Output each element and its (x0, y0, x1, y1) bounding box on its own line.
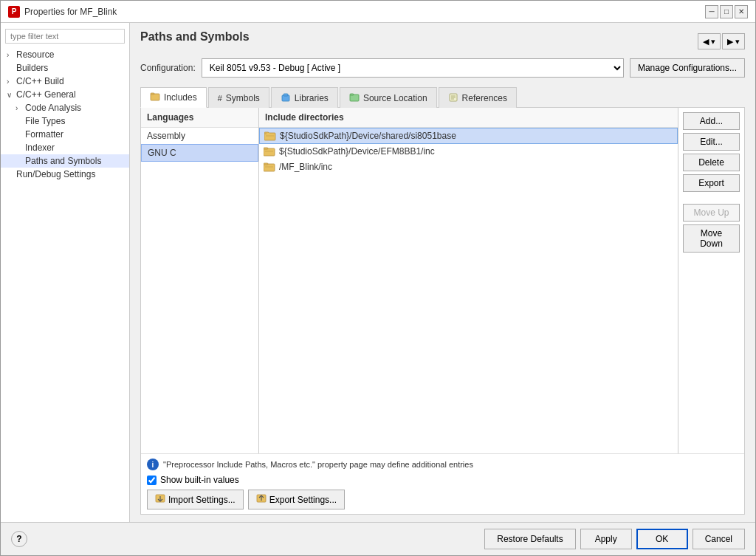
tree-label: Resource (16, 49, 54, 60)
tab-symbols[interactable]: # Symbols (208, 87, 269, 108)
window-controls: ─ □ ✕ (705, 5, 748, 18)
include-item-0[interactable]: ${StudioSdkPath}/Device/shared/si8051bas… (259, 128, 678, 144)
tree-label: Code Analysis (25, 103, 81, 113)
svg-rect-3 (284, 94, 288, 96)
ok-button[interactable]: OK (636, 529, 688, 549)
svg-rect-14 (264, 148, 275, 156)
tab-references[interactable]: References (439, 87, 517, 108)
tree-item-resource[interactable]: › Resource (1, 48, 129, 61)
svg-rect-5 (350, 94, 354, 95)
tree-label: Run/Debug Settings (16, 169, 95, 179)
move-down-button[interactable]: Move Down (683, 224, 740, 253)
dialog-title: Properties for MF_Blink (24, 7, 117, 17)
import-settings-label: Import Settings... (168, 495, 236, 505)
right-panel: Paths and Symbols ◀ ▾ ▶ ▾ Configuration:… (130, 23, 755, 522)
config-label: Configuration: (140, 63, 196, 73)
content-area: Languages Assembly GNU C Include directo… (140, 108, 745, 515)
folder-icon-1 (264, 146, 275, 157)
tab-libraries-label: Libraries (295, 93, 329, 103)
left-panel: › Resource Builders › C/C++ Build ∨ C/C+… (1, 23, 130, 522)
dialog-body: › Resource Builders › C/C++ Build ∨ C/C+… (1, 23, 755, 522)
filter-input[interactable] (5, 29, 125, 44)
includes-list: ${StudioSdkPath}/Device/shared/si8051bas… (259, 128, 678, 453)
dialog-footer: ? Restore Defaults Apply OK Cancel (1, 522, 755, 555)
tree-label: Indexer (25, 143, 55, 153)
languages-panel: Languages Assembly GNU C (141, 108, 259, 453)
tab-includes[interactable]: Includes (140, 87, 207, 108)
export-settings-label: Export Settings... (269, 495, 337, 505)
show-builtin-checkbox[interactable] (147, 476, 157, 485)
nav-arrows: ◀ ▾ ▶ ▾ (698, 33, 745, 49)
tree-label: File Types (25, 116, 65, 126)
tree-label: C/C++ Build (16, 76, 64, 86)
restore-defaults-button[interactable]: Restore Defaults (484, 529, 575, 549)
tree-item-code-analysis[interactable]: › Code Analysis (1, 101, 129, 114)
tree-label: C/C++ General (16, 89, 76, 100)
includes-panel: Include directories (259, 108, 678, 453)
tab-references-label: References (462, 93, 507, 103)
config-select[interactable]: Keil 8051 v9.53 - Debug [ Active ] (202, 58, 624, 78)
references-tab-icon (448, 92, 458, 104)
tree-item-indexer[interactable]: Indexer (1, 141, 129, 154)
svg-rect-12 (267, 133, 269, 134)
export-icon (256, 493, 267, 506)
manage-configurations-button[interactable]: Manage Configurations... (630, 58, 745, 78)
close-button[interactable]: ✕ (735, 5, 748, 18)
tree-arrow: › (7, 78, 14, 86)
minimize-button[interactable]: ─ (705, 5, 718, 18)
show-builtin-label: Show built-in values (160, 475, 239, 485)
language-assembly[interactable]: Assembly (141, 128, 258, 144)
cancel-button[interactable]: Cancel (693, 529, 745, 549)
tab-includes-label: Includes (164, 92, 197, 103)
export-button[interactable]: Export (683, 174, 740, 192)
info-text: "Preprocessor Include Paths, Macros etc.… (163, 460, 473, 469)
tree-item-cpp-build[interactable]: › C/C++ Build (1, 75, 129, 88)
svg-rect-10 (264, 133, 275, 140)
maximize-button[interactable]: □ (720, 5, 733, 18)
tree-item-run-debug[interactable]: Run/Debug Settings (1, 168, 129, 181)
move-up-button[interactable]: Move Up (683, 204, 740, 222)
tree-arrow: › (16, 104, 23, 112)
libraries-tab-icon (281, 92, 291, 104)
tree-item-formatter[interactable]: Formatter (1, 128, 129, 141)
include-path-2: /MF_Blink/inc (279, 162, 332, 172)
export-settings-button[interactable]: Export Settings... (248, 490, 345, 509)
includes-header: Include directories (259, 108, 678, 128)
tree-item-builders[interactable]: Builders (1, 61, 129, 75)
help-button[interactable]: ? (11, 531, 27, 547)
folder-icon-0 (264, 131, 276, 141)
edit-button[interactable]: Edit... (683, 133, 740, 151)
tab-source-location-label: Source Location (363, 93, 427, 103)
tree-item-file-types[interactable]: File Types (1, 114, 129, 128)
add-button[interactable]: Add... (683, 112, 740, 130)
include-path-1: ${StudioSdkPath}/Device/EFM8BB1/inc (279, 146, 435, 157)
checkbox-row: Show built-in values (147, 475, 738, 485)
languages-header: Languages (141, 108, 258, 128)
forward-button[interactable]: ▶ ▾ (722, 33, 745, 49)
tab-source-location[interactable]: Source Location (340, 87, 437, 108)
language-gnu-c[interactable]: GNU C (141, 144, 258, 162)
action-buttons-panel: Add... Edit... Delete Export Move Up Mov… (678, 108, 744, 453)
include-item-2[interactable]: /MF_Blink/inc (259, 159, 678, 175)
symbols-tab-icon: # (218, 94, 222, 103)
back-button[interactable]: ◀ ▾ (698, 33, 721, 49)
import-icon (155, 493, 165, 506)
app-icon: P (8, 6, 20, 18)
tree-item-cpp-general[interactable]: ∨ C/C++ General (1, 88, 129, 101)
config-row: Configuration: Keil 8051 v9.53 - Debug [… (140, 58, 745, 78)
apply-button[interactable]: Apply (580, 529, 632, 549)
import-settings-button[interactable]: Import Settings... (147, 490, 244, 509)
info-icon: i (147, 459, 159, 470)
settings-buttons: Import Settings... Export Settings... (147, 490, 738, 509)
tabs-bar: Includes # Symbols Libraries (140, 86, 745, 108)
delete-button[interactable]: Delete (683, 154, 740, 171)
title-bar-left: P Properties for MF_Blink (8, 6, 117, 18)
tab-symbols-label: Symbols (226, 93, 260, 103)
svg-rect-18 (264, 163, 268, 165)
tab-libraries[interactable]: Libraries (271, 87, 338, 108)
tree-arrow: ∨ (7, 91, 14, 99)
include-item-1[interactable]: ${StudioSdkPath}/Device/EFM8BB1/inc (259, 144, 678, 159)
tree-item-paths-symbols[interactable]: Paths and Symbols (1, 154, 129, 168)
title-bar: P Properties for MF_Blink ─ □ ✕ (1, 1, 755, 23)
source-location-tab-icon (349, 92, 360, 104)
